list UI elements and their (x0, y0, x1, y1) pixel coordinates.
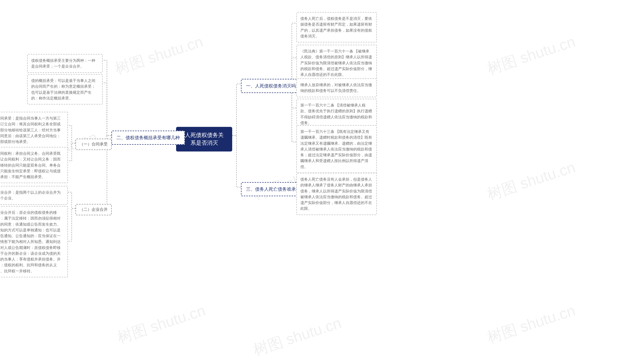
watermark: 树图 shutu.cn (485, 32, 578, 79)
watermark: 树图 shutu.cn (112, 32, 206, 79)
leaf-b1-5[interactable]: 第一千一百六十三条 【既有法定继承又有遗嘱继承、遗赠时税款和债务的清偿】既有法定… (296, 125, 377, 173)
sub-2[interactable]: （二）企业合并 (75, 204, 112, 215)
leaf-s1-2[interactable]: 合同权利：承担合同义务。合同承受既转让合同权利：又转让合同义务：因而被移转的合同… (0, 147, 68, 183)
watermark: 树图 shutu.cn (485, 157, 578, 205)
leaf-s2-1[interactable]: 企业合并：是指两个以上的企业合并为一个企业。 (0, 186, 68, 205)
branch-1[interactable]: 一、人死债权债务消灭吗 (241, 79, 301, 93)
watermark: 树图 shutu.cn (485, 300, 578, 348)
leaf-b2-1[interactable]: 债权债务概括承受主要分为两种：一种是合同承受；一个是企业合并。 (27, 54, 103, 73)
watermark: 树图 shutu.cn (115, 300, 208, 348)
sub-1[interactable]: （一）合同承受 (75, 139, 112, 150)
leaf-b1-2[interactable]: 《民法典》第一千一百六十一条 【被继承人税款、债务清偿的原则】继承人以所得遗产实… (296, 45, 377, 81)
branch-2[interactable]: 二、债权债务概括承受有哪几种 (111, 131, 185, 145)
leaf-s2-2[interactable]: 企业合并后：原企业的债权债务的移转：属于法定移转：因而勿须征得相对人的同意：依通… (0, 206, 68, 277)
leaf-b2-2[interactable]: 债的概括承受：可以是基于当事人之间的合同而产生的：称为意定概括承受；也可以是基于… (27, 74, 103, 105)
leaf-b3-1[interactable]: 债务人死亡债务没有人会承担，但是债务人的继承人继承了债务人财产的由继承人承担债务… (296, 173, 377, 215)
leaf-s1-1[interactable]: 合同承受：是指合同当事人一方与第三人订立合同：将其合同权利义务全部或者部分地移转… (0, 112, 68, 148)
watermark: 树图 shutu.cn (251, 313, 344, 360)
branch-3[interactable]: 三、债务人死亡债务谁承担 (241, 182, 305, 196)
leaf-b1-1[interactable]: 债务人死亡后，债权债务是不是消灭，要依据债务是否遗留有财产而定，如果遗留有财产的… (296, 12, 377, 42)
leaf-b1-3[interactable]: 继承人放弃继承的，对被继承人依法应当缴纳的税款和债务可以不负清偿责任。 (296, 78, 377, 97)
leaf-b1-4[interactable]: 第一千一百六十二条 【清偿被继承人税款、债务优先于执行遗赠的原则】执行遗赠不得妨… (296, 99, 377, 129)
